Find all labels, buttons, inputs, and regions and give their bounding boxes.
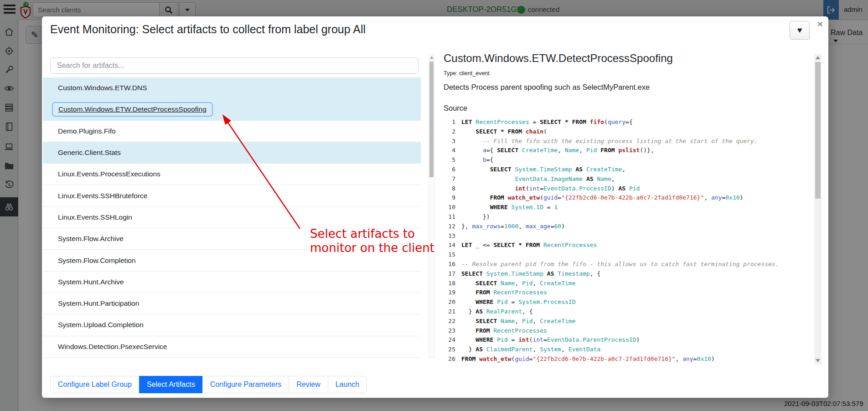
artifact-row[interactable]: System.Flow.Completion	[43, 250, 421, 271]
scroll-down-icon	[816, 359, 820, 362]
wizard-step-configure-parameters[interactable]: Configure Parameters	[202, 376, 289, 393]
event-monitoring-modal: Event Monitoring: Select artifacts to co…	[42, 16, 828, 398]
scrollbar-thumb[interactable]	[429, 62, 434, 177]
close-icon[interactable]: ×	[813, 17, 827, 31]
artifact-row[interactable]: System.Flow.Archive	[43, 228, 421, 250]
wizard-step-buttons: Configure Label GroupSelect ArtifactsCon…	[50, 376, 367, 393]
artifact-label[interactable]: System.Flow.Archive	[58, 235, 124, 243]
velociraptor-app: DESKTOP-2OR51GL connected admin	[0, 0, 868, 411]
artifact-row[interactable]: System.Hunt.Archive	[43, 272, 421, 293]
artifact-type-label: Type: client_event	[444, 70, 490, 77]
artifact-row[interactable]: Windows.Detection.PsexecService	[43, 336, 421, 358]
artifact-label[interactable]: Generic.Client.Stats	[58, 149, 121, 157]
wizard-step-select-artifacts[interactable]: Select Artifacts	[139, 376, 203, 393]
artifact-label[interactable]: System.Upload.Completion	[58, 321, 144, 329]
artifact-detail-title: Custom.Windows.ETW.DetectProcessSpoofing	[444, 52, 673, 65]
artifact-row[interactable]: Linux.Events.ProcessExecutions	[43, 164, 421, 185]
artifact-label[interactable]: Custom.Windows.ETW.DNS	[58, 84, 147, 92]
scrollbar-thumb[interactable]	[815, 62, 821, 199]
artifact-label[interactable]: Linux.Events.SSHLogin	[58, 213, 132, 221]
artifact-label[interactable]: System.Flow.Completion	[58, 257, 136, 265]
artifact-row[interactable]: Linux.Events.SSHBruteforce	[43, 185, 421, 206]
artifact-label[interactable]: Linux.Events.SSHBruteforce	[58, 192, 147, 200]
artifact-row[interactable]: Custom.Windows.ETW.DNS	[43, 77, 421, 99]
vql-source-code: 1LET RecentProcesses = SELECT * FROM fif…	[444, 118, 813, 365]
wizard-step-launch[interactable]: Launch	[328, 376, 367, 393]
artifact-label[interactable]: Linux.Events.ProcessExecutions	[58, 170, 160, 178]
artifact-list-scrollbar[interactable]	[429, 54, 434, 358]
artifact-label[interactable]: Custom.Windows.ETW.DetectProcessSpoofing	[52, 102, 213, 117]
artifact-label[interactable]: System.Hunt.Archive	[58, 278, 124, 286]
artifact-search-input[interactable]	[50, 57, 418, 74]
artifact-label[interactable]: Windows.Detection.PsexecService	[58, 343, 167, 351]
favorite-button[interactable]: ♥	[790, 21, 810, 40]
artifact-label[interactable]: System.Hunt.Participation	[58, 299, 139, 308]
modal-title: Event Monitoring: Select artifacts to co…	[50, 23, 366, 36]
scroll-up-icon	[816, 56, 820, 59]
artifact-row[interactable]: Generic.Client.Stats	[43, 142, 421, 164]
artifact-label[interactable]: Demo.Plugins.Fifo	[58, 127, 116, 135]
artifact-list: Custom.Windows.ETW.DNSCustom.Windows.ETW…	[43, 77, 421, 358]
scroll-up-icon	[430, 56, 434, 59]
artifact-row[interactable]: Demo.Plugins.Fifo	[43, 121, 421, 142]
artifact-row[interactable]: System.Upload.Completion	[43, 314, 421, 336]
heart-icon: ♥	[797, 26, 802, 35]
source-scrollbar[interactable]	[814, 54, 822, 365]
artifact-description: Detects Process parent spoofing such as …	[444, 83, 650, 92]
artifact-row[interactable]: System.Hunt.Participation	[43, 293, 421, 314]
artifact-row[interactable]: Linux.Events.SSHLogin	[43, 207, 421, 228]
wizard-step-configure-label-group[interactable]: Configure Label Group	[50, 376, 140, 393]
wizard-step-review[interactable]: Review	[289, 376, 328, 393]
artifact-row[interactable]: Custom.Windows.ETW.DetectProcessSpoofing	[43, 99, 421, 120]
source-heading: Source	[444, 104, 467, 113]
